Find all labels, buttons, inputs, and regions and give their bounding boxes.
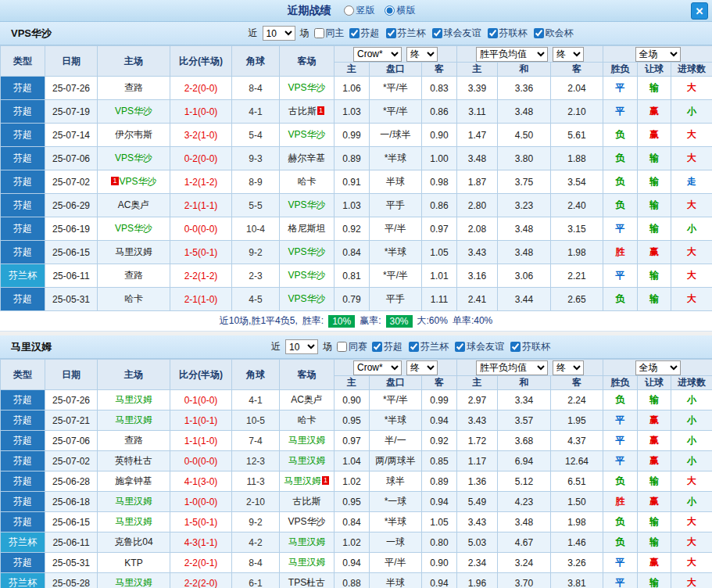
corners-cell: 4-2 [232,532,280,553]
team-name: KTP [124,558,142,568]
league-filter[interactable]: 球会友谊 [455,340,504,353]
col-odds-away: 客 [422,376,457,390]
odds-final-select[interactable]: 终 [406,47,438,62]
corners-cell: 12-3 [232,451,280,471]
league-label: 芬超 [384,340,403,353]
avg-final-select[interactable]: 终 [553,47,584,62]
col-away: 客场 [280,46,335,77]
league-checkbox[interactable] [409,342,419,352]
col-odds-home: 主 [335,63,370,77]
avg-away-cell: 3.26 [551,553,603,573]
col-avg-home: 主 [457,63,498,77]
date-cell: 25-07-02 [45,170,98,194]
avg-type-select[interactable]: 胜平负均值 [476,47,548,62]
bookmaker-select[interactable]: Crow* [353,360,402,375]
fulltime-select[interactable]: 全场 [635,47,681,62]
match-row: 芬超25-06-28施拿钟基4-1(3-0)11-3马里汉姆11.02球半0.8… [1,471,712,492]
table-header: 类型 日期 主场 比分(半场) 角球 客场 Crow*终 胜平负均值终 全场 主… [1,46,712,77]
avg-away-cell: 3.15 [551,217,603,241]
odds-handicap-cell: 一/球半 [370,124,422,147]
odds-away-cell: 1.00 [422,147,457,170]
scope-filter[interactable]: 同赛 [337,340,367,353]
odds-handicap-cell: 平/半 [370,553,422,573]
date-cell: 25-07-19 [45,100,98,124]
league-checkbox[interactable] [372,342,382,352]
games-count-select[interactable]: 10 [285,339,318,354]
avg-type-select[interactable]: 胜平负均值 [476,360,548,375]
result-wdl-cell: 平 [603,411,638,431]
result-handicap-cell: 赢 [638,100,671,124]
away-team-cell: VPS华沙 [280,241,335,264]
team-name: 古比斯 [293,496,321,507]
team-name: 查路 [124,435,143,446]
layout-radio-vertical[interactable] [344,5,354,16]
col-score: 比分(半场) [170,360,232,390]
scope-checkbox[interactable] [337,342,347,352]
date-cell: 25-06-15 [45,512,98,532]
score-cell: 1-1(0-1) [170,411,232,431]
odds-handicap-cell: *半球 [370,147,422,170]
league-filter[interactable]: 欧会杯 [534,27,574,40]
league-filter[interactable]: 芬联杯 [488,27,528,40]
col-avg-draw: 和 [498,376,551,390]
league-checkbox[interactable] [386,28,396,38]
result-goals-cell: 小 [671,451,712,471]
layout-radio-horizontal[interactable] [385,5,395,16]
corners-cell: 4-1 [232,390,280,411]
league-filter[interactable]: 芬超 [349,27,380,40]
avg-away-cell: 4.37 [551,431,603,451]
league-filter[interactable]: 芬超 [372,340,403,353]
result-goals-cell: 大 [671,147,712,170]
avg-draw-cell: 3.36 [498,77,551,100]
league-checkbox[interactable] [432,28,442,38]
odds-home-cell: 1.02 [335,532,370,553]
match-row: 芬超25-05-31哈卡2-1(1-0)4-5VPS华沙0.79平手1.112.… [1,288,712,311]
league-checkbox[interactable] [455,342,465,352]
league-type-cell: 芬超 [1,451,45,471]
team-name-heading: 马里汉姆 [11,340,52,354]
away-team-cell: 马里汉姆1 [280,471,335,492]
fulltime-select[interactable]: 全场 [635,360,681,375]
avg-final-select[interactable]: 终 [553,360,584,375]
league-checkbox[interactable] [349,28,360,38]
close-icon[interactable]: ✕ [691,2,708,20]
score-cell: 2-2(1-2) [170,264,232,288]
col-corners: 角球 [232,46,280,77]
avg-away-cell: 1.95 [551,411,603,431]
result-goals-cell: 小 [671,217,712,241]
games-count-select[interactable]: 10 [263,26,295,41]
avg-away-cell: 6.51 [551,471,603,492]
team-name-heading: VPS华沙 [11,27,52,41]
league-filter[interactable]: 芬兰杯 [386,27,426,40]
avg-home-cell: 2.41 [457,288,498,311]
odds-handicap-cell: *半球 [370,512,422,532]
match-row: 芬超25-07-06查路1-1(1-0)7-4马里汉姆0.97半/一0.921.… [1,431,712,451]
layout-option-horizontal[interactable]: 横版 [385,4,416,17]
avg-away-cell: 3.81 [551,573,603,588]
league-checkbox[interactable] [510,342,521,352]
league-filter[interactable]: 球会友谊 [432,27,481,40]
team-name: 伊尔韦斯 [115,129,152,140]
league-checkbox[interactable] [534,28,544,38]
date-cell: 25-07-06 [45,147,98,170]
col-type: 类型 [1,360,45,390]
result-goals-cell: 小 [671,431,712,451]
avg-draw-cell: 3.48 [498,217,551,241]
team-name: AC奥卢 [118,199,150,210]
league-checkbox[interactable] [488,28,498,38]
bookmaker-select[interactable]: Crow* [353,47,402,62]
scope-filter[interactable]: 同主 [314,27,345,40]
avg-draw-cell: 4.67 [498,532,551,553]
scope-checkbox[interactable] [314,28,324,38]
odds-handicap-cell: 半球 [370,170,422,194]
odds-away-cell: 0.94 [422,411,457,431]
odds-final-select[interactable]: 终 [406,360,438,375]
home-team-cell: 伊尔韦斯 [98,124,170,147]
layout-option-vertical[interactable]: 竖版 [344,4,375,17]
league-filter[interactable]: 芬兰杯 [409,340,449,353]
result-goals-cell: 大 [671,288,712,311]
date-cell: 25-06-11 [45,264,98,288]
league-filter[interactable]: 芬联杯 [510,340,550,353]
team-name: 马里汉姆 [115,516,152,527]
league-type-cell: 芬超 [1,431,45,451]
